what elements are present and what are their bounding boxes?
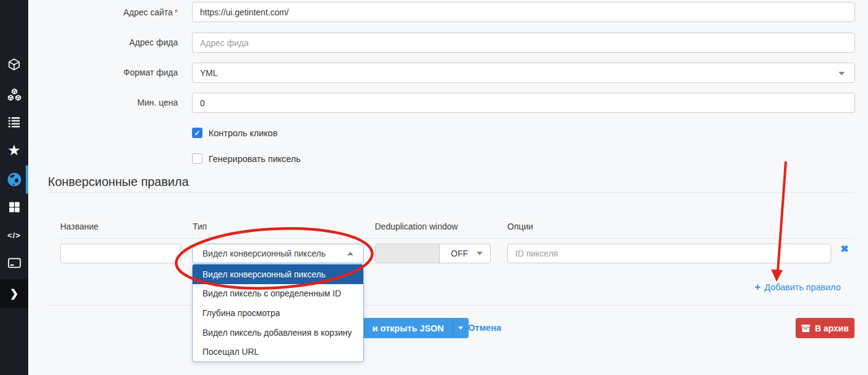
list-icon xyxy=(7,115,21,129)
dropdown-option-2[interactable]: Видел пиксель с определенным ID xyxy=(193,284,363,304)
archive-icon xyxy=(801,324,810,333)
feed-url-input[interactable] xyxy=(192,33,855,53)
required-asterisk: * xyxy=(175,7,178,17)
feed-format-value: YML xyxy=(200,68,218,78)
site-url-input[interactable] xyxy=(192,2,855,22)
min-price-label: Мин. цена xyxy=(37,98,178,107)
save-button-label[interactable]: и открыть JSON xyxy=(364,318,453,338)
section-divider xyxy=(48,192,855,193)
rule-type-select[interactable]: Видел конверсионный пиксель xyxy=(192,244,364,263)
dedup-window-group: OFF xyxy=(375,244,491,263)
card-icon xyxy=(7,256,21,270)
cubes-icon xyxy=(7,88,22,103)
sidebar-item-globe-active[interactable] xyxy=(0,169,28,189)
chevron-down-icon xyxy=(839,72,845,75)
save-and-open-json-button[interactable]: и открыть JSON xyxy=(364,318,469,338)
feed-format-label: Формат фида xyxy=(37,68,178,77)
col-header-dedup: Deduplication window xyxy=(375,222,458,231)
chevron-right-icon: ❯ xyxy=(10,287,18,300)
rule-type-value: Видел конверсионный пиксель xyxy=(202,249,326,258)
remove-rule-button[interactable]: ✖ xyxy=(840,243,848,255)
dropdown-option-5[interactable]: Посещал URL xyxy=(193,342,363,361)
pixel-id-input[interactable] xyxy=(507,244,831,263)
archive-button[interactable]: В архив xyxy=(796,318,855,338)
grid-icon xyxy=(8,201,21,214)
sidebar-item-cube[interactable] xyxy=(0,55,28,74)
feed-url-label: Адрес фида xyxy=(37,37,178,47)
table-header-divider xyxy=(60,238,855,239)
check-icon: ✓ xyxy=(194,130,200,137)
click-control-checkbox[interactable]: ✓ xyxy=(192,128,202,138)
cancel-link[interactable]: Отмена xyxy=(468,323,501,333)
feed-format-select[interactable]: YML xyxy=(192,63,855,83)
sidebar: ★ </> ❯ xyxy=(0,0,28,375)
code-icon: </> xyxy=(7,231,21,240)
sidebar-item-grid[interactable] xyxy=(0,197,28,217)
click-control-label: Контроль кликов xyxy=(209,128,277,138)
site-url-label: Адрес сайта* xyxy=(37,7,178,17)
chevron-up-icon xyxy=(347,252,353,255)
chevron-down-icon xyxy=(477,252,483,255)
dedup-window-input[interactable] xyxy=(375,244,440,263)
remove-icon: ✖ xyxy=(840,244,848,254)
sidebar-item-list[interactable] xyxy=(0,112,28,132)
sidebar-item-code[interactable]: </> xyxy=(0,225,28,245)
col-header-options: Опции xyxy=(507,222,533,231)
save-button-caret[interactable] xyxy=(453,318,469,338)
sidebar-active-indicator xyxy=(26,165,28,194)
sidebar-expand-button[interactable]: ❯ xyxy=(0,284,28,303)
sidebar-item-star[interactable]: ★ xyxy=(0,141,28,160)
plus-icon: + xyxy=(755,282,761,292)
cube-icon xyxy=(7,58,21,71)
section-title: Конверсионные правила xyxy=(48,175,189,189)
sidebar-item-cubes[interactable] xyxy=(0,85,28,105)
dropdown-option-4[interactable]: Видел пиксель добавления в корзину xyxy=(193,323,363,342)
chevron-down-icon xyxy=(458,327,463,330)
dropdown-option-1[interactable]: Видел конверсионный пиксель xyxy=(193,265,363,284)
sidebar-item-card[interactable] xyxy=(0,253,28,273)
star-icon: ★ xyxy=(9,143,20,158)
rule-name-input[interactable] xyxy=(60,244,181,263)
generate-pixel-checkbox[interactable] xyxy=(192,153,202,164)
col-header-name: Название xyxy=(60,222,99,231)
annotation-arrow-head xyxy=(771,269,783,282)
footer-divider xyxy=(48,305,855,306)
generate-pixel-label: Генерировать пиксель xyxy=(209,154,301,164)
min-price-input[interactable] xyxy=(192,93,855,113)
col-header-type: Тип xyxy=(193,222,207,231)
dedup-unit-value: OFF xyxy=(451,249,468,258)
dedup-unit-select[interactable]: OFF xyxy=(440,244,490,263)
add-rule-link[interactable]: + Добавить правило xyxy=(755,282,841,292)
add-rule-label: Добавить правило xyxy=(764,282,841,292)
page: ★ </> ❯ xyxy=(0,0,868,375)
globe-icon xyxy=(7,172,22,187)
sidebar-expand-section: ❯ xyxy=(0,279,28,308)
dropdown-option-3[interactable]: Глубина просмотра xyxy=(193,303,363,323)
archive-button-label: В архив xyxy=(815,323,848,333)
rule-type-dropdown-menu: Видел конверсионный пиксель Видел пиксел… xyxy=(192,264,364,362)
